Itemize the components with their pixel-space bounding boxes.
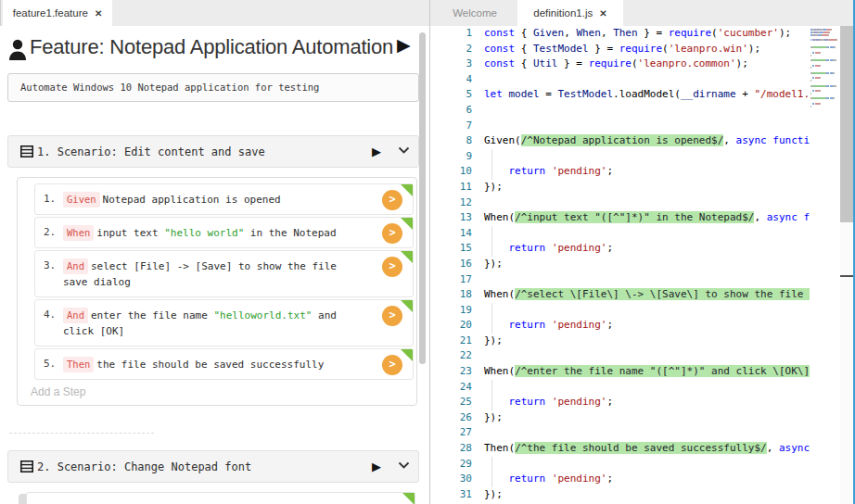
code-line: 28Then(/^the file should be saved succes… (430, 441, 810, 457)
step-text: Andenter the file name "helloworld.txt" … (63, 308, 343, 339)
line-number: 5 (430, 87, 472, 103)
editor-minimap[interactable] (810, 26, 840, 504)
run-scenario1-button[interactable]: ▶ (372, 136, 381, 168)
step-row[interactable]: 4.Andenter the file name "helloworld.txt… (34, 299, 414, 346)
code-line: 14 (430, 226, 810, 242)
line-number: 29 (430, 457, 472, 472)
line-number: 18 (430, 287, 472, 303)
code-line: 27 (430, 425, 810, 441)
code-editor[interactable]: 1const { Given, When, Then } = require('… (430, 26, 810, 504)
tab-label: feature1.feature (13, 7, 88, 19)
tab-feature1-feature[interactable]: feature1.feature✕ (3, 0, 112, 26)
step-text-segment: select [File] -> [Save] to show the file… (63, 260, 337, 288)
feature-description[interactable]: Automate Windows 10 Notepad application … (7, 73, 419, 102)
line-number: 4 (430, 72, 472, 88)
step-row[interactable]: 5.Thenthe file should be saved successfu… (34, 348, 414, 380)
right-tab-bar: Welcome definition1.js✕ (430, 0, 855, 26)
scenario-icon (20, 145, 33, 158)
run-scenario2-button[interactable]: ▶ (372, 451, 381, 483)
code-line: 7 (430, 119, 810, 134)
line-number: 27 (430, 425, 472, 441)
step-drag-handle[interactable] (27, 253, 38, 295)
step-keyword-badge: And (63, 308, 88, 323)
step-keyword-badge: Then (63, 357, 94, 372)
line-number: 3 (430, 57, 472, 72)
left-panel-scrollbar[interactable] (419, 32, 426, 364)
scenario-icon (20, 460, 33, 472)
line-number: 31 (430, 487, 472, 503)
step-drag-handle[interactable] (27, 302, 38, 344)
line-number: 8 (430, 133, 472, 149)
line-number: 12 (430, 195, 472, 211)
run-step-button[interactable]: > (382, 306, 402, 326)
line-number: 20 (430, 318, 472, 334)
line-number: 1 (430, 26, 472, 42)
line-number: 22 (430, 348, 472, 364)
code-line: 22 (430, 348, 810, 364)
code-line: 29 (430, 457, 810, 472)
line-number: 6 (430, 103, 472, 119)
step-row[interactable]: 1.GivenNotepad application is opened> (34, 183, 414, 215)
editor-scrollbar-thumb[interactable] (840, 26, 853, 222)
code-line: 12 (430, 195, 810, 211)
code-line: 20 return 'pending'; (430, 318, 810, 334)
code-line: 31}); (430, 487, 810, 503)
step-drag-handle[interactable] (27, 220, 38, 246)
scenario2-step-row-partial[interactable] (26, 492, 415, 504)
step-row[interactable]: 3.Andselect [File] -> [Save] to show the… (34, 250, 414, 297)
step-number: 1. (44, 193, 56, 205)
tab-definition1-js[interactable]: definition1.js✕ (517, 0, 623, 26)
left-tab-bar: feature1.feature✕ (0, 0, 429, 26)
code-line: 2const { TestModel } = require('leanpro.… (430, 42, 810, 57)
step-text-segment: enter the file name (91, 309, 213, 321)
line-number: 24 (430, 380, 472, 396)
app-window: feature1.feature✕ Welcome definition1.js… (0, 0, 855, 504)
tab-welcome[interactable]: Welcome (432, 0, 517, 26)
line-number: 7 (430, 119, 472, 134)
step-text-segment: in the Notepad (244, 227, 336, 239)
step-number: 2. (44, 226, 56, 238)
run-step-button[interactable]: > (382, 190, 402, 210)
step-status-triangle (401, 218, 413, 230)
step-quoted-arg: "hello world" (164, 227, 244, 239)
run-step-button[interactable]: > (382, 223, 402, 244)
run-step-button[interactable]: > (382, 355, 402, 375)
scenario2-header[interactable]: 2. Scenario: Change Notepad font ▶ (7, 450, 419, 483)
step-quoted-arg: "helloworld.txt" (213, 309, 312, 321)
run-step-button[interactable]: > (382, 257, 402, 277)
step-text: Wheninput text "hello world" in the Note… (63, 225, 343, 241)
code-line: 9 (430, 149, 810, 165)
code-line: 6 (430, 103, 810, 119)
line-number: 19 (430, 303, 472, 319)
feature-header: Feature: Notepad Application Automation … (1, 33, 419, 67)
close-icon[interactable]: ✕ (599, 8, 606, 19)
line-number: 13 (430, 210, 472, 226)
chevron-down-icon[interactable] (398, 461, 410, 470)
run-feature-button[interactable]: ▶ (397, 34, 411, 56)
code-line: 13When(/^input text "([^"]*)" in the Not… (430, 210, 810, 226)
step-status-triangle (401, 349, 413, 361)
code-line: 26}); (430, 410, 810, 426)
scenario1-header[interactable]: 1. Scenario: Edit content and save ▶ (7, 135, 419, 168)
step-status-triangle (401, 251, 413, 263)
step-status-triangle (401, 300, 413, 312)
code-line: 4 (430, 72, 810, 88)
code-line: 15 return 'pending'; (430, 241, 810, 257)
step-text: Thenthe file should be saved successfull… (63, 357, 343, 372)
line-number: 26 (430, 410, 472, 426)
close-icon[interactable]: ✕ (95, 8, 102, 19)
step-drag-handle[interactable] (27, 351, 38, 377)
code-line: 24 (430, 380, 810, 396)
line-number: 17 (430, 272, 472, 288)
step-row[interactable]: 2.Wheninput text "hello world" in the No… (34, 217, 414, 248)
step-drag-handle[interactable] (27, 186, 38, 212)
step-keyword-badge: Given (63, 192, 100, 208)
code-line: 17 (430, 272, 810, 288)
add-step-placeholder[interactable]: Add a Step (31, 385, 415, 398)
tab-label: definition1.js (533, 7, 593, 19)
chevron-down-icon[interactable] (398, 146, 410, 155)
step-keyword-badge: And (63, 258, 88, 274)
step-text-segment: the file should be saved successfully (96, 359, 324, 371)
line-number: 11 (430, 180, 472, 195)
step-text: GivenNotepad application is opened (63, 192, 343, 208)
